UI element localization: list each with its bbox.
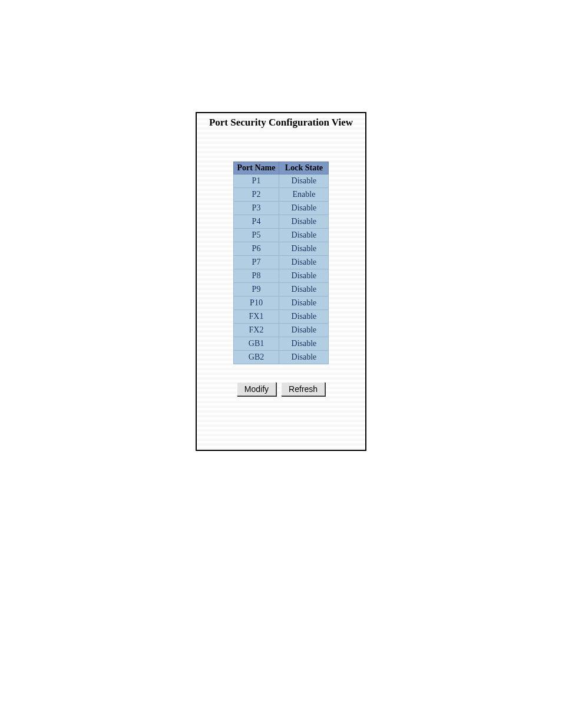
table-row: P4Disable [233,215,329,229]
table-row: P5Disable [233,229,329,242]
port-name-cell: GB2 [233,351,279,364]
table-row: P9Disable [233,283,329,297]
lock-state-cell: Disable [279,297,329,310]
port-name-cell: FX2 [233,324,279,337]
button-row: Modify Refresh [197,382,365,396]
port-name-cell: P5 [233,229,279,242]
table-row: GB2Disable [233,351,329,364]
header-port-name: Port Name [233,162,279,174]
lock-state-cell: Disable [279,174,329,188]
lock-state-cell: Disable [279,202,329,215]
port-security-table: Port Name Lock State P1DisableP2EnableP3… [233,162,329,364]
modify-button[interactable]: Modify [237,382,276,396]
port-name-cell: P9 [233,283,279,297]
lock-state-cell: Disable [279,256,329,269]
port-security-panel: Port Security Configuration View Port Na… [196,112,366,451]
port-name-cell: P3 [233,202,279,215]
lock-state-cell: Disable [279,283,329,297]
port-name-cell: P7 [233,256,279,269]
lock-state-cell: Disable [279,269,329,283]
table-wrapper: Port Name Lock State P1DisableP2EnableP3… [197,162,365,364]
port-name-cell: P1 [233,174,279,188]
port-name-cell: P10 [233,297,279,310]
port-name-cell: P8 [233,269,279,283]
lock-state-cell: Disable [279,215,329,229]
port-name-cell: GB1 [233,337,279,351]
table-row: P3Disable [233,202,329,215]
port-name-cell: FX1 [233,310,279,324]
lock-state-cell: Disable [279,351,329,364]
port-name-cell: P6 [233,242,279,256]
lock-state-cell: Disable [279,310,329,324]
lock-state-cell: Enable [279,188,329,202]
table-row: P2Enable [233,188,329,202]
table-row: P10Disable [233,297,329,310]
panel-title: Port Security Configuration View [197,117,365,129]
table-row: P6Disable [233,242,329,256]
table-row: P8Disable [233,269,329,283]
table-row: P7Disable [233,256,329,269]
table-row: P1Disable [233,174,329,188]
lock-state-cell: Disable [279,337,329,351]
lock-state-cell: Disable [279,242,329,256]
header-lock-state: Lock State [279,162,329,174]
lock-state-cell: Disable [279,324,329,337]
table-row: GB1Disable [233,337,329,351]
port-name-cell: P2 [233,188,279,202]
lock-state-cell: Disable [279,229,329,242]
refresh-button[interactable]: Refresh [281,382,325,396]
table-row: FX2Disable [233,324,329,337]
table-row: FX1Disable [233,310,329,324]
port-name-cell: P4 [233,215,279,229]
